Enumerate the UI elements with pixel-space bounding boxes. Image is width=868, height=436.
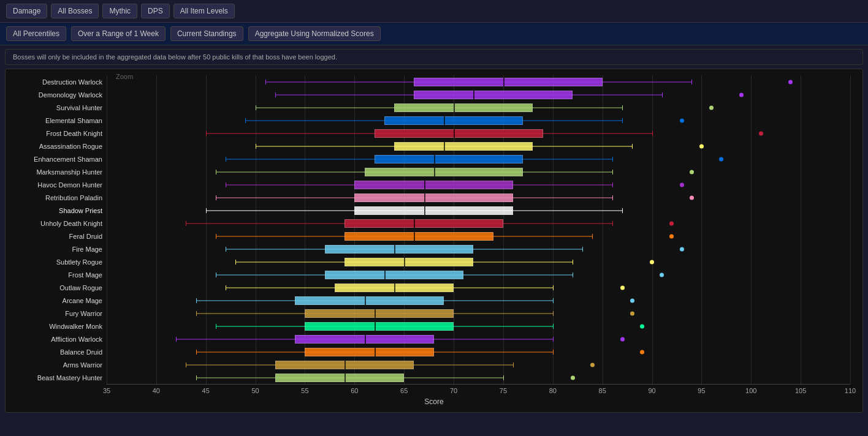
whisker-cap-right: [612, 195, 613, 200]
spec-label: Fury Warrior: [6, 310, 102, 317]
x-tick: 100: [745, 387, 756, 394]
spec-label: Affliction Warlock: [6, 336, 102, 343]
x-tick: 55: [301, 387, 308, 394]
iqr-box: [325, 245, 474, 254]
spec-label: Demonology Warlock: [6, 91, 102, 99]
outlier-dot: [650, 260, 654, 264]
spec-label: Survival Hunter: [6, 104, 102, 111]
spec-label: Frost Death Knight: [6, 130, 102, 137]
whisker-cap-left: [176, 337, 177, 342]
x-tick: 70: [450, 387, 457, 394]
spec-label: Balance Druid: [6, 348, 102, 356]
whisker-cap-right: [573, 272, 573, 277]
median-line: [345, 374, 346, 382]
median-line: [444, 142, 445, 151]
spec-row: Windwalker Monk: [107, 320, 850, 333]
spec-row: Marksmanship Hunter: [107, 165, 850, 178]
spec-row: Frost Death Knight: [107, 127, 850, 140]
box-plot-area: [107, 294, 850, 307]
box-plot-area: [107, 320, 850, 333]
median-line: [404, 258, 405, 266]
iqr-box: [375, 129, 543, 138]
whisker-cap-left: [216, 272, 216, 277]
whisker-cap-right: [592, 234, 593, 239]
box-plot-area: [107, 75, 850, 88]
mythic-btn[interactable]: Mythic: [102, 4, 137, 18]
median-line: [394, 245, 395, 254]
outlier-dot: [739, 92, 744, 97]
box-plot-area: [107, 255, 850, 268]
iqr-box: [394, 103, 533, 112]
box-plot-area: [107, 204, 850, 217]
median-line: [375, 309, 376, 318]
outlier-dot: [680, 118, 684, 122]
spec-row: Balance Druid: [107, 345, 850, 358]
x-tick: 85: [599, 387, 606, 394]
box-plot-area: [107, 178, 850, 191]
outlier-dot: [660, 272, 664, 277]
whisker-cap-right: [503, 375, 504, 380]
dps-btn[interactable]: DPS: [141, 4, 170, 18]
median-line: [394, 284, 395, 292]
whisker-cap-right: [582, 247, 583, 252]
box-plot-area: [107, 114, 850, 127]
spec-row: Arcane Mage: [107, 294, 850, 307]
median-line: [424, 194, 425, 202]
spec-label: Assassination Rogue: [6, 143, 102, 150]
whisker-cap-right: [612, 157, 613, 162]
spec-row: Elemental Shaman: [107, 114, 850, 127]
spec-row: Retribution Paladin: [107, 191, 850, 204]
outlier-dot: [699, 144, 704, 148]
x-tick: 35: [103, 387, 110, 394]
whisker-cap-left: [275, 92, 276, 97]
whisker-cap-right: [622, 118, 623, 123]
all-percentiles-btn[interactable]: All Percentiles: [6, 26, 66, 41]
range-btn[interactable]: Over a Range of 1 Week: [71, 26, 166, 41]
iqr-box: [414, 78, 602, 86]
spec-row: Subtlety Rogue: [107, 255, 850, 268]
x-tick: 80: [549, 387, 557, 394]
damage-btn[interactable]: Damage: [6, 4, 47, 18]
spec-row: Shadow Priest: [107, 204, 850, 217]
median-line: [365, 296, 366, 305]
median-line: [345, 361, 346, 369]
median-line: [434, 168, 435, 176]
whisker-cap-left: [186, 363, 186, 367]
second-bar: All Percentiles Over a Range of 1 Week C…: [0, 23, 868, 45]
spec-row: Survival Hunter: [107, 101, 850, 114]
whisker-cap-left: [256, 144, 256, 149]
outlier-dot: [669, 221, 674, 225]
spec-label: Feral Druid: [6, 233, 102, 240]
box-plot-area: [107, 217, 850, 230]
spec-row: Fire Mage: [107, 242, 850, 255]
all-bosses-btn[interactable]: All Bosses: [51, 4, 99, 18]
whisker-cap-right: [632, 144, 633, 149]
median-line: [414, 219, 415, 228]
outlier-dot: [759, 131, 763, 135]
box-plot-area: [107, 268, 850, 281]
whisker-cap-right: [553, 298, 554, 303]
outlier-dot: [640, 324, 644, 328]
whisker-cap-left: [216, 234, 216, 239]
whisker-cap-right: [553, 311, 554, 316]
spec-label: Frost Mage: [6, 271, 102, 279]
outlier-dot: [669, 234, 674, 238]
whisker-cap-left: [245, 118, 246, 123]
spec-row: Beast Mastery Hunter: [107, 371, 850, 384]
iqr-box: [275, 374, 404, 382]
median-line: [375, 348, 376, 356]
spec-label: Marksmanship Hunter: [6, 168, 102, 176]
iqr-box: [345, 219, 503, 228]
outlier-dot: [680, 182, 684, 187]
whisker-cap-right: [622, 105, 623, 110]
chart-body: Destruction WarlockDemonology WarlockSur…: [6, 75, 862, 384]
iqr-box: [384, 116, 523, 125]
spec-row: Assassination Rogue: [107, 140, 850, 152]
iqr-box: [325, 271, 463, 279]
iqr-box: [305, 322, 454, 331]
current-standings-btn[interactable]: Current Standings: [170, 26, 243, 41]
all-item-levels-btn[interactable]: All Item Levels: [173, 4, 235, 18]
aggregate-btn[interactable]: Aggregate Using Normalized Scores: [248, 26, 381, 41]
box-plot-area: [107, 281, 850, 294]
whisker-cap-left: [226, 157, 226, 162]
